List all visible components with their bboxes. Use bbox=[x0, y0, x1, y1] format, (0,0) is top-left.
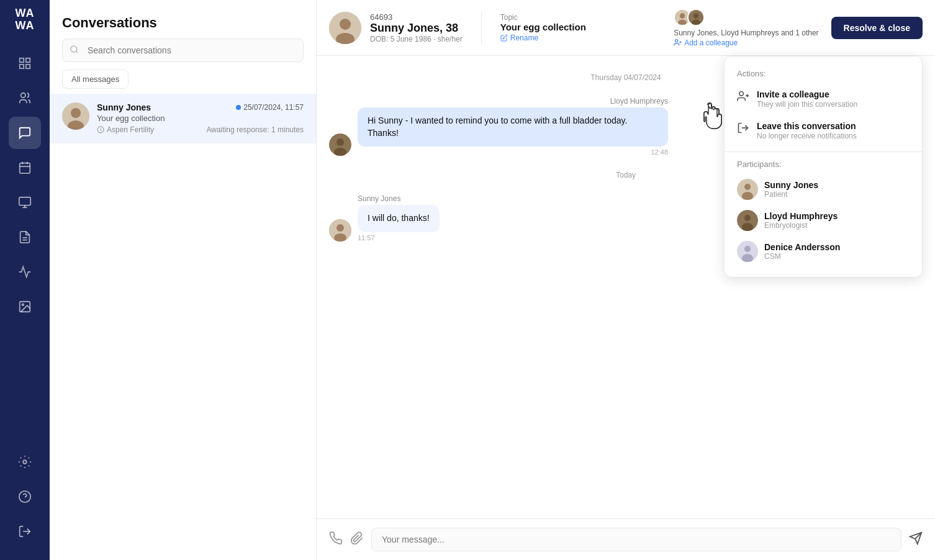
svg-point-57 bbox=[744, 246, 751, 252]
svg-point-15 bbox=[22, 304, 24, 305]
svg-point-39 bbox=[337, 138, 344, 146]
svg-point-46 bbox=[739, 92, 744, 96]
patient-dob: DOB: 5 June 1986 · she/her bbox=[370, 35, 463, 43]
participant-role-sunny: Patient bbox=[764, 190, 818, 199]
svg-rect-9 bbox=[19, 197, 30, 205]
svg-point-51 bbox=[744, 184, 751, 190]
svg-rect-5 bbox=[20, 163, 30, 173]
topic-value: Your egg collection bbox=[500, 22, 661, 32]
invite-title: Invite a colleague bbox=[757, 89, 857, 99]
sidebar-item-reports[interactable] bbox=[9, 221, 41, 253]
header-divider bbox=[481, 12, 482, 43]
participant-avatar-sunny bbox=[737, 179, 758, 200]
conversation-topic: Your egg collection bbox=[97, 114, 304, 123]
invite-icon bbox=[737, 90, 749, 106]
message-time-outbound: 11:57 bbox=[358, 234, 440, 242]
message-time-inbound: 12:48 bbox=[358, 148, 668, 156]
unread-dot bbox=[236, 105, 241, 110]
participant-avatar-2 bbox=[687, 9, 705, 26]
svg-rect-1 bbox=[26, 58, 30, 61]
svg-rect-0 bbox=[20, 58, 24, 61]
conversation-top: Sunny Jones 25/07/2024, 11:57 bbox=[97, 102, 304, 112]
svg-point-4 bbox=[21, 93, 25, 97]
participant-row-3: Denice Andersson CSM bbox=[725, 236, 922, 267]
participant-name-lloyd: Lloyd Humphreys bbox=[764, 211, 838, 221]
participant-avatars bbox=[674, 9, 705, 26]
send-button[interactable] bbox=[909, 531, 923, 548]
message-avatar-outbound bbox=[329, 219, 351, 242]
participant-name-denice: Denice Andersson bbox=[764, 242, 840, 252]
conversation-list: Sunny Jones 25/07/2024, 11:57 Your egg c… bbox=[50, 94, 316, 560]
dropdown-divider bbox=[725, 151, 922, 152]
attachment-button[interactable] bbox=[350, 531, 364, 548]
sidebar-item-dashboard[interactable] bbox=[9, 47, 41, 79]
patient-info: 64693 Sunny Jones, 38 DOB: 5 June 1986 ·… bbox=[329, 12, 463, 44]
sidebar-item-users[interactable] bbox=[9, 82, 41, 114]
participant-names: Sunny Jones, Lloyd Humphreys and 1 other bbox=[674, 29, 818, 37]
participant-info-denice: Denice Andersson CSM bbox=[764, 242, 840, 261]
filter-bar: All messages bbox=[62, 70, 304, 89]
add-colleague-button[interactable]: Add a colleague bbox=[674, 38, 738, 47]
svg-point-34 bbox=[692, 19, 700, 25]
sidebar-item-conversations[interactable] bbox=[9, 117, 41, 149]
patient-name: Sunny Jones, 38 bbox=[370, 22, 463, 35]
conversation-org: Aspen Fertility bbox=[97, 125, 154, 134]
svg-point-30 bbox=[680, 13, 685, 19]
resolve-button[interactable]: Resolve & close bbox=[831, 17, 923, 39]
actions-dropdown: Actions: Invite a colleague They will jo… bbox=[724, 56, 923, 278]
message-avatar-inbound bbox=[329, 133, 351, 156]
search-input[interactable] bbox=[62, 38, 304, 62]
patient-id: 64693 bbox=[370, 12, 463, 22]
sidebar-item-documents[interactable] bbox=[9, 186, 41, 219]
search-icon bbox=[70, 45, 79, 56]
sidebar-item-gallery[interactable] bbox=[9, 291, 41, 323]
svg-point-33 bbox=[693, 13, 699, 19]
message-sender-outbound: Sunny Jones bbox=[358, 194, 440, 203]
message-input[interactable] bbox=[371, 528, 901, 551]
participant-avatar-lloyd bbox=[737, 210, 758, 231]
svg-line-21 bbox=[76, 51, 78, 53]
message-bubble-wrap-outbound: Sunny Jones I will do, thanks! 11:57 bbox=[358, 194, 440, 242]
conversation-item[interactable]: Sunny Jones 25/07/2024, 11:57 Your egg c… bbox=[50, 94, 316, 143]
sidebar-item-settings[interactable] bbox=[9, 446, 41, 478]
sidebar-item-help[interactable] bbox=[9, 481, 41, 513]
leave-subtitle: No longer receive notifications bbox=[757, 132, 857, 140]
sidebar-bottom bbox=[9, 446, 41, 553]
participant-avatar-denice bbox=[737, 241, 758, 262]
chat-header: 64693 Sunny Jones, 38 DOB: 5 June 1986 ·… bbox=[317, 0, 935, 56]
participant-name-sunny: Sunny Jones bbox=[764, 180, 818, 190]
message-bubble-outbound: I will do, thanks! bbox=[358, 205, 440, 232]
app-logo: WA WA bbox=[16, 7, 35, 32]
message-sender-inbound: Lloyd Humphreys bbox=[358, 97, 668, 106]
phone-button[interactable] bbox=[329, 531, 343, 548]
sidebar-item-logout[interactable] bbox=[9, 515, 41, 548]
conversations-title: Conversations bbox=[50, 0, 316, 38]
topic-section: Topic Your egg collection Rename bbox=[500, 13, 661, 42]
invite-text: Invite a colleague They will join this c… bbox=[757, 89, 857, 109]
invite-colleague-action[interactable]: Invite a colleague They will join this c… bbox=[725, 83, 922, 115]
participant-role-lloyd: Embryologist bbox=[764, 221, 838, 230]
participant-row-1: Sunny Jones Patient bbox=[725, 174, 922, 205]
patient-avatar bbox=[329, 12, 361, 44]
filter-button[interactable]: All messages bbox=[62, 70, 129, 89]
sidebar-item-analytics[interactable] bbox=[9, 256, 41, 288]
invite-subtitle: They will join this conversation bbox=[757, 100, 857, 109]
sidebar-nav bbox=[9, 47, 41, 446]
sidebar-item-calendar[interactable] bbox=[9, 151, 41, 184]
rename-button[interactable]: Rename bbox=[500, 34, 661, 42]
svg-rect-2 bbox=[20, 64, 24, 68]
leave-conversation-action[interactable]: Leave this conversation No longer receiv… bbox=[725, 115, 922, 147]
conversation-time: 25/07/2024, 11:57 bbox=[236, 103, 304, 112]
message-bubble-wrap-inbound: Lloyd Humphreys Hi Sunny - I wanted to r… bbox=[358, 97, 668, 156]
add-colleague-label: Add a colleague bbox=[684, 38, 738, 47]
svg-point-16 bbox=[23, 460, 27, 464]
patient-details: 64693 Sunny Jones, 38 DOB: 5 June 1986 ·… bbox=[370, 12, 463, 43]
sidebar: WA WA bbox=[0, 0, 50, 560]
chat-input-bar bbox=[317, 518, 935, 560]
svg-point-35 bbox=[675, 40, 678, 42]
svg-point-23 bbox=[71, 108, 81, 118]
svg-point-20 bbox=[71, 46, 77, 52]
participants-label: Participants: bbox=[725, 157, 922, 174]
conversations-panel: Conversations All messages Sunny Jones bbox=[50, 0, 317, 560]
leave-icon bbox=[737, 122, 749, 137]
